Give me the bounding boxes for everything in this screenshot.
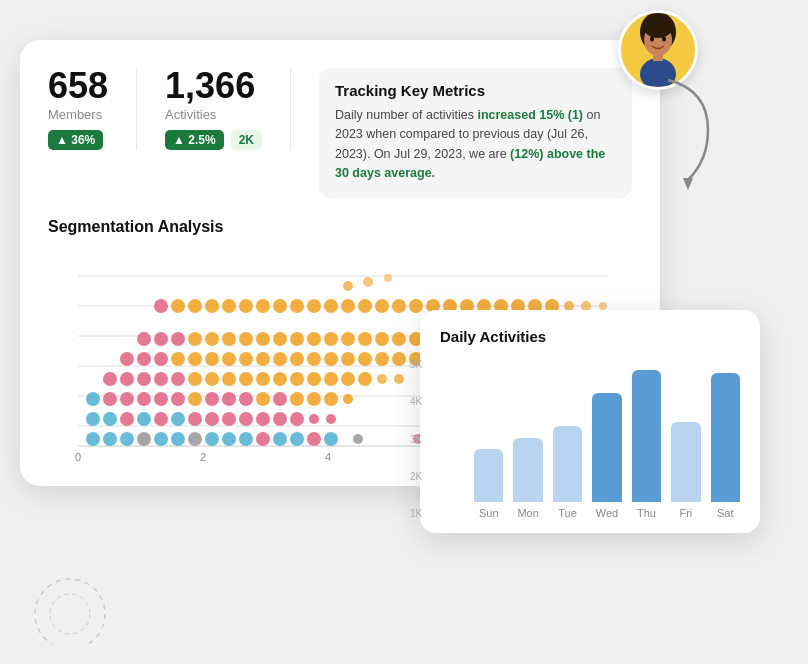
curved-arrow — [648, 70, 728, 190]
bar-tue — [553, 426, 582, 502]
svg-point-27 — [353, 434, 363, 444]
bar-chart-inner: SunMonTueWedThuFriSat — [474, 359, 740, 519]
svg-point-132 — [188, 299, 202, 313]
svg-point-114 — [307, 332, 321, 346]
svg-point-168 — [35, 579, 105, 644]
svg-point-134 — [222, 299, 236, 313]
svg-point-154 — [564, 301, 574, 311]
svg-point-107 — [188, 332, 202, 346]
bar-col-thu: Thu — [632, 370, 661, 519]
svg-point-163 — [650, 37, 654, 42]
bar-sat — [711, 373, 740, 502]
bar-label-sat: Sat — [717, 507, 734, 519]
highlight-increased: increased 15% (1) — [477, 108, 583, 122]
svg-point-16 — [154, 432, 168, 446]
svg-text:2: 2 — [200, 451, 206, 463]
svg-rect-166 — [653, 53, 663, 61]
svg-point-83 — [205, 352, 219, 366]
svg-point-24 — [290, 432, 304, 446]
svg-point-133 — [205, 299, 219, 313]
bar-col-mon: Mon — [513, 438, 542, 519]
scene: 658 Members ▲ 36% 1,366 Activities ▲ 2.5… — [0, 0, 808, 664]
svg-point-72 — [307, 372, 321, 386]
svg-point-109 — [222, 332, 236, 346]
daily-activities-title: Daily Activities — [440, 328, 740, 345]
svg-point-144 — [392, 299, 406, 313]
svg-point-65 — [188, 372, 202, 386]
svg-point-31 — [120, 412, 134, 426]
svg-point-20 — [222, 432, 236, 446]
svg-point-141 — [341, 299, 355, 313]
svg-point-38 — [239, 412, 253, 426]
bar-label-wed: Wed — [596, 507, 618, 519]
bar-label-fri: Fri — [679, 507, 692, 519]
svg-point-116 — [341, 332, 355, 346]
svg-point-67 — [222, 372, 236, 386]
bar-thu — [632, 370, 661, 502]
deco-circles — [30, 564, 150, 644]
svg-point-68 — [239, 372, 253, 386]
metrics-row: 658 Members ▲ 36% 1,366 Activities ▲ 2.5… — [48, 68, 632, 198]
bar-col-wed: Wed — [592, 393, 621, 519]
svg-point-12 — [86, 432, 100, 446]
svg-point-142 — [358, 299, 372, 313]
bar-wed — [592, 393, 621, 502]
svg-point-60 — [103, 372, 117, 386]
y-label-4k: 4K — [410, 396, 422, 407]
svg-point-54 — [256, 392, 270, 406]
svg-point-105 — [154, 332, 168, 346]
svg-point-88 — [290, 352, 304, 366]
bar-label-mon: Mon — [517, 507, 538, 519]
svg-point-36 — [205, 412, 219, 426]
svg-point-157 — [343, 281, 353, 291]
svg-point-13 — [103, 432, 117, 446]
svg-point-110 — [239, 332, 253, 346]
svg-point-69 — [256, 372, 270, 386]
svg-point-76 — [377, 374, 387, 384]
svg-point-82 — [188, 352, 202, 366]
svg-point-45 — [103, 392, 117, 406]
members-label: Members — [48, 107, 108, 122]
bar-label-thu: Thu — [637, 507, 656, 519]
svg-point-73 — [324, 372, 338, 386]
svg-point-18 — [188, 432, 202, 446]
bar-fri — [671, 422, 700, 502]
svg-point-80 — [154, 352, 168, 366]
svg-point-138 — [290, 299, 304, 313]
svg-point-64 — [171, 372, 185, 386]
svg-point-55 — [273, 392, 287, 406]
svg-point-33 — [154, 412, 168, 426]
svg-point-115 — [324, 332, 338, 346]
svg-point-91 — [341, 352, 355, 366]
tracking-title: Tracking Key Metrics — [335, 82, 616, 99]
svg-point-87 — [273, 352, 287, 366]
svg-point-158 — [363, 277, 373, 287]
activities-badge: ▲ 2.5% — [165, 130, 224, 150]
svg-point-19 — [205, 432, 219, 446]
highlight-average: (12%) above the 30 days average. — [335, 147, 605, 180]
bar-chart: SunMonTueWedThuFriSat — [474, 359, 740, 519]
members-metric: 658 Members ▲ 36% — [48, 68, 137, 150]
svg-point-34 — [171, 412, 185, 426]
svg-text:4: 4 — [325, 451, 331, 463]
bar-col-fri: Fri — [671, 422, 700, 519]
svg-point-66 — [205, 372, 219, 386]
svg-point-130 — [154, 299, 168, 313]
svg-point-140 — [324, 299, 338, 313]
members-badges: ▲ 36% — [48, 130, 108, 150]
svg-point-48 — [154, 392, 168, 406]
svg-point-49 — [171, 392, 185, 406]
y-label-2k: 2K — [410, 471, 422, 482]
svg-point-52 — [222, 392, 236, 406]
svg-point-155 — [581, 301, 591, 311]
bar-label-sun: Sun — [479, 507, 499, 519]
svg-point-169 — [50, 594, 90, 634]
bar-chart-wrapper: 5K 4K 3K 2K 1K SunMonTueWedThuFriSat — [440, 359, 740, 519]
svg-point-40 — [273, 412, 287, 426]
svg-point-118 — [375, 332, 389, 346]
svg-point-90 — [324, 352, 338, 366]
activities-badges: ▲ 2.5% 2K — [165, 130, 262, 150]
svg-point-23 — [273, 432, 287, 446]
bar-label-tue: Tue — [558, 507, 577, 519]
svg-point-131 — [171, 299, 185, 313]
